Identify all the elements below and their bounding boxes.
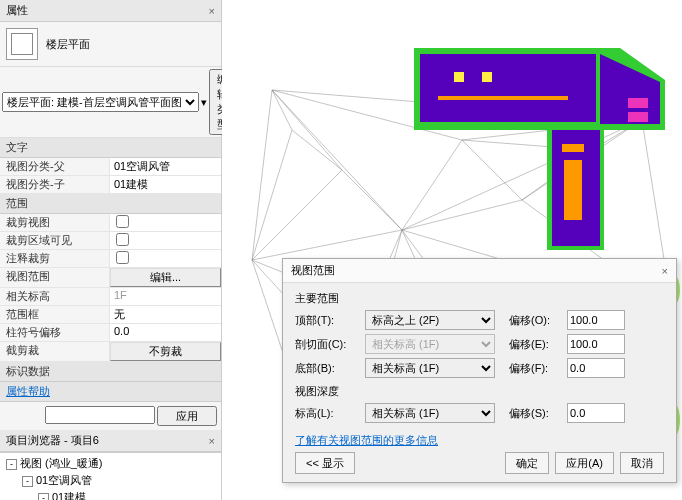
svg-rect-1 — [420, 54, 596, 122]
bottom-select[interactable]: 相关标高 (1F) — [365, 358, 495, 378]
svg-rect-4 — [564, 160, 582, 220]
dialog-titlebar[interactable]: 视图范围 × — [283, 259, 676, 283]
properties-help-link[interactable]: 属性帮助 — [0, 382, 221, 401]
prop-view-class-parent[interactable]: 视图分类-父01空调风管 — [0, 158, 221, 176]
tree-toggle-icon[interactable]: - — [22, 476, 33, 487]
ok-button[interactable]: 确定 — [505, 452, 549, 474]
section-crop-button[interactable]: 不剪裁 — [110, 342, 221, 361]
tree-node-label: 01建模 — [52, 491, 86, 500]
properties-title: 属性 — [6, 3, 28, 18]
tree-toggle-icon[interactable]: - — [38, 493, 49, 500]
properties-toolbar: 楼层平面 — [0, 22, 221, 67]
prop-column-offset[interactable]: 柱符号偏移0.0 — [0, 324, 221, 342]
cut-label: 剖切面(C): — [295, 337, 359, 352]
properties-header: 属性 × — [0, 0, 221, 22]
apply-dialog-button[interactable]: 应用(A) — [555, 452, 614, 474]
level-label: 标高(L): — [295, 406, 359, 421]
svg-rect-5 — [562, 144, 584, 152]
crop-region-visible-checkbox[interactable] — [116, 233, 129, 246]
level-select[interactable]: 相关标高 (1F) — [365, 403, 495, 423]
prop-view-range[interactable]: 视图范围编辑... — [0, 268, 221, 288]
main-scope-label: 主要范围 — [295, 291, 664, 306]
learn-more-link[interactable]: 了解有关视图范围的更多信息 — [295, 433, 438, 448]
bottom-offset-label: 偏移(F): — [509, 361, 561, 376]
properties-grid: 文字 视图分类-父01空调风管 视图分类-子01建模 范围 裁剪视图 裁剪区域可… — [0, 138, 221, 382]
tree-toggle-icon[interactable]: - — [6, 459, 17, 470]
cut-select: 相关标高 (1F) — [365, 334, 495, 354]
type-selector[interactable]: 楼层平面: 建模-首层空调风管平面图 — [2, 92, 199, 112]
top-offset-label: 偏移(O): — [509, 313, 561, 328]
close-icon[interactable]: × — [209, 5, 215, 17]
browser-title: 项目浏览器 - 项目6 — [6, 433, 99, 448]
level-offset-label: 偏移(S): — [509, 406, 561, 421]
project-browser-tree[interactable]: -视图 (鸿业_暖通)-01空调风管-01建模楼层平面: 建模-二层空调风管平面… — [0, 452, 221, 500]
top-offset-input[interactable] — [567, 310, 625, 330]
svg-rect-8 — [482, 72, 492, 82]
apply-button[interactable]: 应用 — [157, 406, 217, 426]
prop-crop-region-visible[interactable]: 裁剪区域可见 — [0, 232, 221, 250]
prop-crop-view[interactable]: 裁剪视图 — [0, 214, 221, 232]
view-depth-label: 视图深度 — [295, 384, 664, 399]
tree-node-label: 01空调风管 — [36, 474, 92, 486]
tree-node[interactable]: -01建模 — [2, 489, 219, 500]
close-icon[interactable]: × — [209, 435, 215, 447]
tree-node-label: 视图 (鸿业_暖通) — [20, 457, 103, 469]
top-select[interactable]: 标高之上 (2F) — [365, 310, 495, 330]
view-range-edit-button[interactable]: 编辑... — [110, 268, 221, 287]
type-selector-row: 楼层平面: 建模-首层空调风管平面图 ▾ 编辑类型 — [0, 67, 221, 138]
prop-section-crop[interactable]: 截剪裁不剪裁 — [0, 342, 221, 362]
svg-rect-6 — [438, 96, 568, 100]
selector-divider-icon: ▾ — [201, 96, 207, 109]
group-ident[interactable]: 标识数据 — [0, 362, 221, 382]
level-offset-input[interactable] — [567, 403, 625, 423]
floor-plan-label: 楼层平面 — [46, 37, 90, 52]
prop-range-box[interactable]: 范围框无 — [0, 306, 221, 324]
cut-offset-input[interactable] — [567, 334, 625, 354]
prop-assoc-level: 相关标高1F — [0, 288, 221, 306]
svg-rect-10 — [628, 112, 648, 122]
apply-input[interactable] — [45, 406, 155, 424]
close-icon[interactable]: × — [662, 265, 668, 277]
svg-rect-7 — [454, 72, 464, 82]
prop-annotation-crop[interactable]: 注释裁剪 — [0, 250, 221, 268]
dialog-title: 视图范围 — [291, 263, 335, 278]
cut-offset-label: 偏移(E): — [509, 337, 561, 352]
tree-node[interactable]: -01空调风管 — [2, 472, 219, 489]
bottom-label: 底部(B): — [295, 361, 359, 376]
top-label: 顶部(T): — [295, 313, 359, 328]
cancel-button[interactable]: 取消 — [620, 452, 664, 474]
tree-node[interactable]: -视图 (鸿业_暖通) — [2, 455, 219, 472]
group-scope[interactable]: 范围 — [0, 194, 221, 214]
browser-header: 项目浏览器 - 项目6 × — [0, 430, 221, 452]
annotation-crop-checkbox[interactable] — [116, 251, 129, 264]
show-button[interactable]: << 显示 — [295, 452, 355, 474]
group-text[interactable]: 文字 — [0, 138, 221, 158]
floor-plan-icon — [6, 28, 38, 60]
view-range-dialog: 视图范围 × 主要范围 顶部(T): 标高之上 (2F) 偏移(O): 剖切面(… — [282, 258, 677, 483]
crop-view-checkbox[interactable] — [116, 215, 129, 228]
svg-rect-9 — [628, 98, 648, 108]
bottom-offset-input[interactable] — [567, 358, 625, 378]
prop-view-class-child[interactable]: 视图分类-子01建模 — [0, 176, 221, 194]
